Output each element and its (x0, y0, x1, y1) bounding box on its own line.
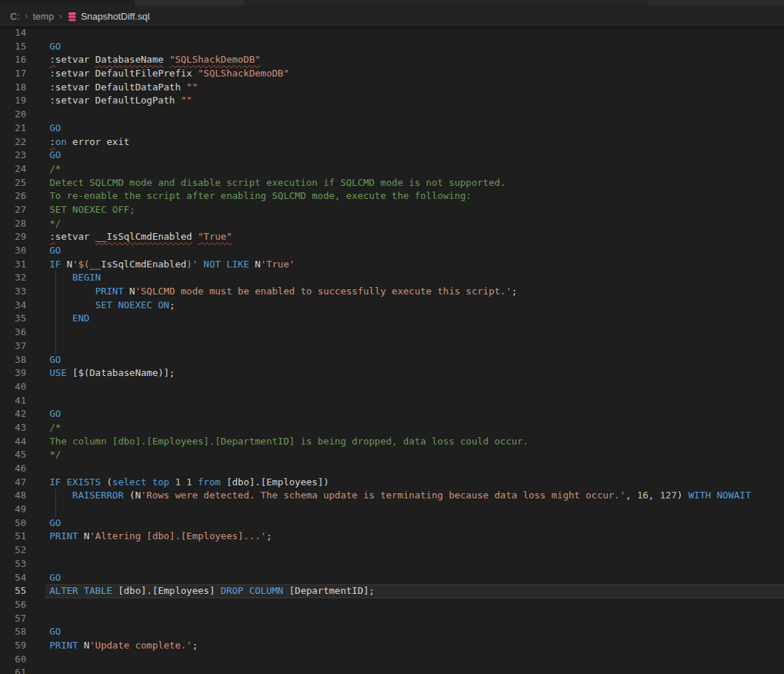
line-number[interactable]: 40 (0, 380, 26, 394)
code-line[interactable]: 27SET NOEXEC OFF; (0, 203, 784, 217)
code-line[interactable]: 34 SET NOEXEC ON; (0, 299, 784, 313)
code-line[interactable]: 45*/ (0, 448, 784, 462)
line-number[interactable]: 45 (0, 448, 26, 462)
code-line[interactable]: 36 (0, 326, 784, 340)
line-number[interactable]: 24 (0, 162, 26, 176)
line-number[interactable]: 59 (0, 639, 26, 653)
code-line[interactable]: 31IF N'$(__IsSqlCmdEnabled)' NOT LIKE N'… (0, 258, 784, 272)
breadcrumb-item-drive[interactable]: C: (10, 11, 20, 22)
line-number[interactable]: 57 (0, 612, 26, 626)
line-number[interactable]: 46 (0, 462, 26, 476)
line-number[interactable]: 43 (0, 421, 26, 435)
code-line[interactable]: 37 (0, 340, 784, 353)
line-number[interactable]: 34 (0, 299, 26, 313)
line-number[interactable]: 18 (0, 81, 26, 95)
line-number[interactable]: 29 (0, 230, 26, 244)
code-line[interactable]: 30GO (0, 244, 784, 258)
code-line[interactable]: 47IF EXISTS (select top 1 1 from [dbo].[… (0, 476, 784, 490)
code-line[interactable]: 19:setvar DefaultLogPath "" (0, 94, 784, 108)
code-line[interactable]: 41 (0, 394, 784, 408)
tab-inactive-sliver[interactable] (135, 0, 244, 6)
line-number[interactable]: 44 (0, 435, 26, 449)
code-line[interactable]: 56 (0, 598, 784, 612)
line-number[interactable]: 30 (0, 244, 26, 258)
code-line[interactable]: 33 PRINT N'SQLCMD mode must be enabled t… (0, 285, 784, 299)
line-number[interactable]: 19 (0, 94, 26, 108)
code-line[interactable]: 57 (0, 612, 784, 626)
tab-active-sliver[interactable] (0, 0, 135, 6)
line-number[interactable]: 37 (0, 340, 26, 353)
line-number[interactable]: 42 (0, 407, 26, 421)
code-line[interactable]: 59PRINT N'Update complete.'; (0, 639, 784, 653)
line-number[interactable]: 22 (0, 136, 26, 149)
line-number[interactable]: 27 (0, 203, 26, 217)
line-number[interactable]: 35 (0, 312, 26, 326)
code-line[interactable]: 53 (0, 557, 784, 571)
line-number[interactable]: 23 (0, 149, 26, 162)
code-line[interactable]: 46 (0, 462, 784, 476)
code-editor[interactable]: 1415GO16:setvar DatabaseName "SQLShackDe… (0, 26, 784, 674)
code-line[interactable]: 38GO (0, 353, 784, 367)
code-line[interactable]: 32 BEGIN (0, 271, 784, 285)
line-number[interactable]: 26 (0, 189, 26, 203)
code-line[interactable]: 43/* (0, 421, 784, 435)
code-line[interactable]: 26To re-enable the script after enabling… (0, 189, 784, 203)
line-number[interactable]: 33 (0, 285, 26, 299)
line-number[interactable]: 60 (0, 653, 26, 667)
code-line[interactable]: 55ALTER TABLE [dbo].[Employees] DROP COL… (0, 584, 784, 598)
line-number[interactable]: 48 (0, 489, 26, 503)
code-line[interactable]: 16:setvar DatabaseName "SQLShackDemoDB" (0, 53, 784, 67)
line-number[interactable]: 47 (0, 476, 26, 490)
code-line[interactable]: 23GO (0, 149, 784, 162)
line-number[interactable]: 38 (0, 353, 26, 367)
line-number[interactable]: 16 (0, 53, 26, 67)
line-number[interactable]: 41 (0, 394, 26, 408)
code-line[interactable]: 60 (0, 653, 784, 667)
code-line[interactable]: 15GO (0, 40, 784, 54)
line-number[interactable]: 53 (0, 557, 26, 571)
line-number[interactable]: 55 (0, 584, 26, 598)
line-number[interactable]: 17 (0, 67, 26, 81)
line-number[interactable]: 39 (0, 367, 26, 380)
code-line[interactable]: 20 (0, 108, 784, 122)
line-number[interactable]: 36 (0, 326, 26, 340)
code-line[interactable]: 52 (0, 544, 784, 557)
line-number[interactable]: 54 (0, 571, 26, 585)
breadcrumb-item-folder[interactable]: temp (33, 11, 54, 22)
line-number[interactable]: 61 (0, 666, 26, 674)
line-number[interactable]: 58 (0, 625, 26, 639)
code-line[interactable]: 54GO (0, 571, 784, 585)
code-line[interactable]: 49 (0, 503, 784, 517)
line-number[interactable]: 28 (0, 217, 26, 231)
code-line[interactable]: 35 END (0, 312, 784, 326)
code-line[interactable]: 17:setvar DefaultFilePrefix "SQLShackDem… (0, 67, 784, 81)
code-line[interactable]: 48 RAISERROR (N'Rows were detected. The … (0, 489, 784, 503)
line-number[interactable]: 14 (0, 26, 26, 40)
breadcrumb-item-file[interactable]: SnapshotDiff.sql (81, 11, 149, 22)
code-line[interactable]: 40 (0, 380, 784, 394)
code-line[interactable]: 39USE [$(DatabaseName)]; (0, 367, 784, 380)
line-number[interactable]: 49 (0, 503, 26, 517)
code-line[interactable]: 42GO (0, 407, 784, 421)
line-number[interactable]: 56 (0, 598, 26, 612)
line-number[interactable]: 52 (0, 544, 26, 557)
line-number[interactable]: 20 (0, 108, 26, 122)
code-line[interactable]: 58GO (0, 625, 784, 639)
code-line[interactable]: 21GO (0, 122, 784, 136)
code-line[interactable]: 14 (0, 26, 784, 40)
code-line[interactable]: 61 (0, 666, 784, 674)
code-line[interactable]: 28*/ (0, 217, 784, 231)
line-number[interactable]: 50 (0, 517, 26, 530)
code-line[interactable]: 51PRINT N'Altering [dbo].[Employees]...'… (0, 530, 784, 544)
line-number[interactable]: 25 (0, 176, 26, 190)
line-number[interactable]: 31 (0, 258, 26, 272)
code-line[interactable]: 25Detect SQLCMD mode and disable script … (0, 176, 784, 190)
code-line[interactable]: 18:setvar DefaultDataPath "" (0, 81, 784, 95)
code-line[interactable]: 24/* (0, 162, 784, 176)
line-number[interactable]: 32 (0, 271, 26, 285)
code-line[interactable]: 22:on error exit (0, 136, 784, 149)
line-number[interactable]: 21 (0, 122, 26, 136)
code-line[interactable]: 44The column [dbo].[Employees].[Departme… (0, 435, 784, 449)
code-line[interactable]: 29:setvar __IsSqlCmdEnabled "True" (0, 230, 784, 244)
code-line[interactable]: 50GO (0, 517, 784, 530)
